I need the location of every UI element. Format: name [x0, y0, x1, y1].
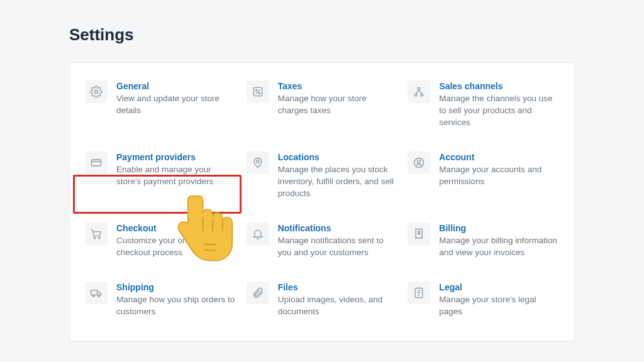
svg-line-8 — [416, 90, 419, 94]
settings-item-desc: Manage how you ship orders to customers — [116, 294, 236, 318]
cart-icon — [85, 222, 108, 245]
settings-item-title: General — [116, 80, 236, 92]
card-icon — [85, 151, 108, 174]
settings-item-general[interactable]: General View and update your store detai… — [84, 78, 238, 131]
settings-item-account[interactable]: Account Manage your accounts and permiss… — [406, 149, 560, 202]
settings-item-payment-providers[interactable]: Payment providers Enable and manage your… — [84, 149, 238, 202]
settings-item-taxes[interactable]: Taxes Manage how your store charges taxe… — [245, 78, 399, 131]
svg-point-12 — [257, 160, 259, 163]
svg-point-7 — [421, 94, 423, 96]
account-icon — [408, 151, 430, 174]
page-title: Settings — [69, 25, 575, 45]
settings-item-desc: Customize your online checkout process — [116, 235, 236, 259]
bell-icon — [247, 222, 269, 245]
svg-point-14 — [418, 160, 421, 163]
svg-point-18 — [92, 295, 94, 297]
settings-item-title: Checkout — [116, 222, 236, 234]
settings-card: General View and update your store detai… — [69, 62, 575, 341]
settings-item-desc: Manage the channels you use to sell your… — [439, 93, 559, 129]
settings-item-desc: View and update your store details — [116, 93, 236, 117]
settings-item-title: Payment providers — [116, 151, 236, 163]
svg-line-9 — [419, 90, 421, 94]
settings-item-sales-channels[interactable]: Sales channels Manage the channels you u… — [406, 78, 560, 131]
svg-point-15 — [94, 237, 96, 239]
svg-point-16 — [99, 237, 101, 239]
settings-item-title: Billing — [439, 222, 559, 234]
settings-item-title: Sales channels — [439, 80, 559, 92]
settings-item-billing[interactable]: Billing Manage your billing information … — [406, 220, 560, 261]
settings-item-legal[interactable]: Legal Manage your store's legal pages — [406, 279, 560, 321]
settings-item-desc: Manage your accounts and permissions — [439, 164, 559, 188]
svg-point-13 — [414, 158, 424, 167]
settings-item-files[interactable]: Files Upload images, videos, and documen… — [245, 279, 399, 321]
gear-icon — [85, 80, 108, 103]
percent-icon — [247, 80, 269, 103]
svg-point-6 — [414, 94, 417, 96]
location-icon — [247, 151, 269, 174]
settings-item-desc: Enable and manage your store's payment p… — [116, 164, 236, 188]
settings-item-desc: Manage the places you stock inventory, f… — [278, 164, 398, 200]
settings-item-desc: Manage notifications sent to you and you… — [278, 235, 398, 259]
settings-item-title: Legal — [439, 282, 559, 293]
svg-point-4 — [258, 93, 260, 94]
settings-item-title: Notifications — [278, 222, 398, 234]
svg-point-19 — [98, 295, 100, 297]
settings-item-desc: Manage your billing information and view… — [439, 235, 559, 259]
settings-item-title: Locations — [278, 151, 398, 163]
svg-point-0 — [95, 90, 98, 94]
settings-page: Settings General View and update your st… — [0, 0, 644, 341]
settings-item-title: Shipping — [116, 282, 236, 293]
settings-item-title: Files — [278, 282, 398, 293]
settings-item-desc: Upload images, videos, and documents — [278, 294, 398, 318]
svg-point-3 — [255, 90, 257, 91]
settings-item-locations[interactable]: Locations Manage the places you stock in… — [245, 149, 399, 202]
channels-icon — [408, 80, 430, 103]
settings-item-notifications[interactable]: Notifications Manage notifications sent … — [245, 220, 399, 261]
svg-point-5 — [418, 87, 420, 90]
settings-item-desc: Manage your store's legal pages — [439, 294, 559, 318]
legal-icon — [408, 282, 430, 304]
settings-item-shipping[interactable]: Shipping Manage how you ship orders to c… — [84, 279, 238, 321]
billing-icon — [408, 222, 430, 245]
settings-item-checkout[interactable]: Checkout Customize your online checkout … — [84, 220, 238, 261]
svg-rect-17 — [91, 290, 97, 295]
truck-icon — [85, 282, 108, 304]
settings-item-desc: Manage how your store charges taxes — [278, 93, 398, 117]
svg-rect-10 — [92, 160, 101, 166]
attachment-icon — [247, 282, 269, 304]
settings-item-title: Taxes — [278, 80, 398, 92]
settings-item-title: Account — [439, 151, 559, 163]
